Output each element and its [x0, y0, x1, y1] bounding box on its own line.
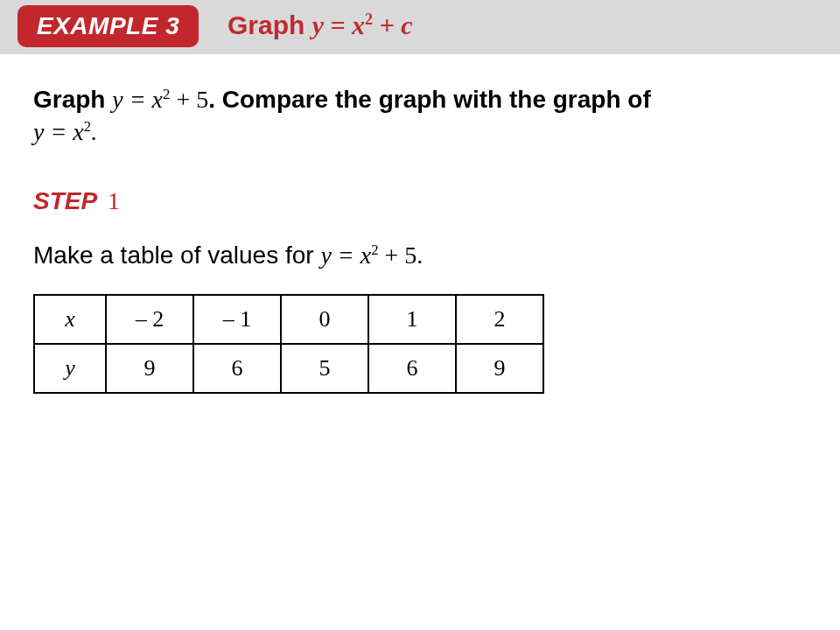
cell-x-4: 2	[456, 295, 543, 344]
table-row: y 9 6 5 6 9	[34, 344, 543, 393]
values-table: x – 2 – 1 0 1 2 y 9 6 5 6 9	[33, 294, 544, 394]
cell-x-0: – 2	[106, 295, 193, 344]
instr-eq2-exp: 2	[84, 118, 91, 135]
instruction: Graph y = x2 + 5. Compare the graph with…	[33, 84, 807, 149]
instr-eq2-lhs: y = x	[33, 118, 84, 145]
make-eq-lhs: y = x	[320, 242, 371, 269]
title-eq-exp: 2	[365, 10, 373, 28]
make-table-line: Make a table of values for y = x2 + 5.	[33, 242, 807, 270]
row-y-label: y	[34, 344, 106, 393]
instr-eq1-rhs: + 5	[170, 86, 208, 113]
instr-part1: Graph	[33, 86, 112, 113]
cell-y-0: 9	[106, 344, 193, 393]
cell-x-3: 1	[368, 295, 456, 344]
row-x-label: x	[34, 295, 106, 344]
cell-y-2: 5	[281, 344, 368, 393]
page-title: Graph y = x2 + c	[228, 10, 413, 40]
example-badge-label: EXAMPLE 3	[37, 12, 179, 40]
instr-part2: . Compare the graph with the graph of	[208, 86, 651, 113]
step-heading: STEP 1	[33, 187, 807, 215]
cell-y-1: 6	[193, 344, 281, 393]
cell-y-3: 6	[368, 344, 456, 393]
table-row: x – 2 – 1 0 1 2	[34, 295, 543, 344]
make-eq-rhs: + 5.	[379, 242, 424, 269]
step-number: 1	[108, 187, 120, 214]
title-eq-lhs: y = x	[312, 10, 365, 39]
step-label: STEP	[33, 187, 97, 214]
cell-x-1: – 1	[193, 295, 281, 344]
make-part1: Make a table of values for	[33, 242, 320, 269]
instr-eq2-tail: .	[91, 118, 97, 145]
instr-eq1-lhs: y = x	[112, 86, 163, 113]
cell-y-4: 9	[456, 344, 543, 393]
example-badge: EXAMPLE 3	[18, 5, 199, 47]
body: Graph y = x2 + 5. Compare the graph with…	[33, 84, 807, 394]
make-eq-exp: 2	[371, 242, 378, 258]
title-eq-rhs: + c	[373, 10, 412, 39]
title-prefix: Graph	[228, 10, 312, 39]
cell-x-2: 0	[281, 295, 368, 344]
